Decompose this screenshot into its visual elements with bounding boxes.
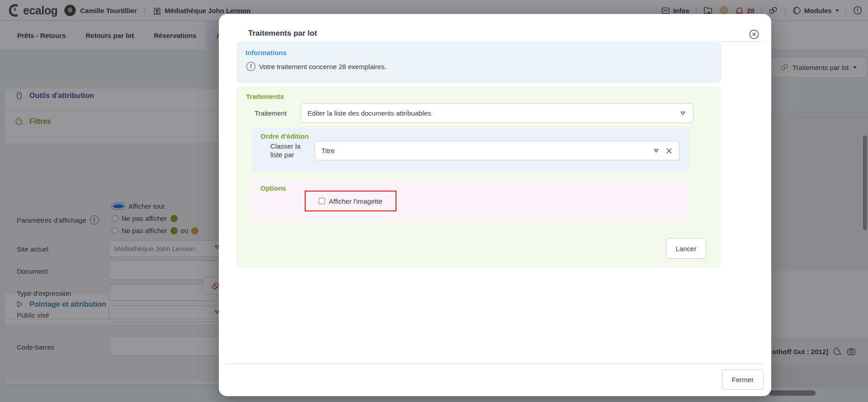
order-select-value: Titre: [321, 147, 652, 154]
imagette-checkbox-label[interactable]: Afficher l'imagette: [329, 197, 382, 205]
launch-button[interactable]: Lancer: [666, 238, 706, 259]
batch-treatments-modal: Traitements par lot Informations ! Votre…: [219, 14, 771, 396]
informations-message: Votre traitement concerne 28 exemplaires…: [259, 63, 387, 70]
edition-order-panel: Ordre d'édition Classer la liste par Tit…: [252, 128, 689, 172]
clear-icon[interactable]: [665, 147, 673, 154]
dropdown-arrow-icon[interactable]: [652, 147, 660, 154]
divider: [242, 41, 766, 42]
close-modal-button[interactable]: Fermer: [722, 369, 764, 390]
treatment-select-value: Editer la liste des documents attribuabl…: [307, 109, 679, 117]
order-title: Ordre d'édition: [260, 132, 309, 140]
divider: [225, 364, 765, 364]
highlight-red-box: Afficher l'imagette: [305, 191, 396, 211]
informations-panel: Informations ! Votre traitement concerne…: [236, 42, 722, 83]
treatment-select[interactable]: Editer la liste des documents attribuabl…: [301, 103, 693, 123]
modal-close-button[interactable]: [749, 29, 760, 40]
modal-title: Traitements par lot: [248, 29, 317, 38]
options-panel: Options Afficher l'imagette: [252, 180, 689, 221]
imagette-checkbox[interactable]: [319, 198, 325, 204]
treatments-title: Traitements: [246, 93, 284, 100]
close-icon: [749, 29, 760, 40]
order-select[interactable]: Titre: [315, 141, 679, 160]
informations-title: Informations: [245, 49, 287, 56]
treatments-panel: Traitements Traitement Editer la liste d…: [236, 86, 722, 267]
options-title: Options: [260, 184, 286, 192]
dropdown-arrow-icon: [679, 109, 687, 117]
treatment-label: Traitement: [255, 109, 287, 117]
order-label: Classer la liste par: [270, 142, 309, 159]
info-circle-icon: !: [246, 62, 255, 71]
